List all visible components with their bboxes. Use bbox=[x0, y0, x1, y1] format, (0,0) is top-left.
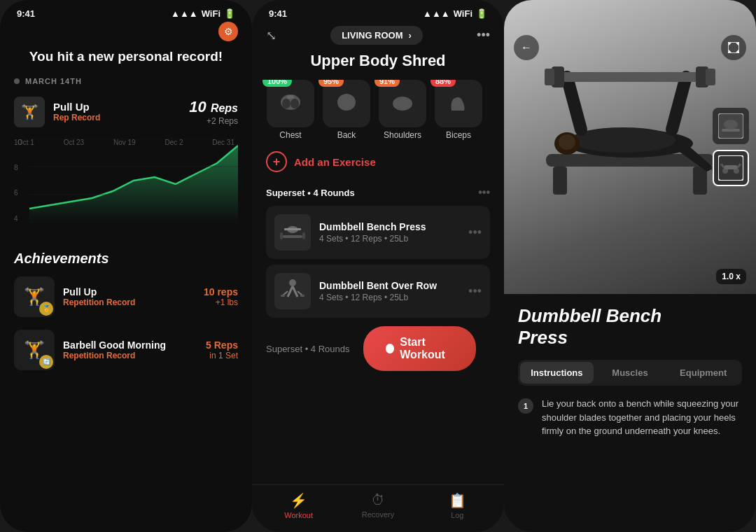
muscle-item-back[interactable]: 95% Back bbox=[322, 80, 371, 140]
bench-press-illustration bbox=[518, 14, 742, 210]
achievements-section: Achievements 🏋 🏅 Pull Up Repetition Reco… bbox=[0, 244, 252, 390]
bench-press-info: Dumbbell Bench Press 4 Sets • 12 Reps • … bbox=[319, 221, 460, 244]
biceps-badge: 88% bbox=[430, 80, 456, 87]
log-nav-icon: 📋 bbox=[449, 492, 466, 509]
muscle-icon-back: 95% bbox=[323, 80, 370, 127]
s2-topbar: ⤡ LIVING ROOM › ••• bbox=[252, 22, 504, 52]
chevron-right-icon: › bbox=[409, 30, 412, 41]
log-nav-label: Log bbox=[451, 511, 463, 519]
achievement-thumb-pullup: 🏋 🏅 bbox=[14, 276, 55, 317]
add-exercise-circle: + bbox=[266, 151, 287, 172]
achievements-title: Achievements bbox=[14, 251, 238, 267]
record-row: 🏋 Pull Up Rep Record 10 Reps +2 Reps bbox=[0, 92, 252, 132]
location-pill[interactable]: LIVING ROOM › bbox=[330, 26, 423, 45]
instruction-1: 1 Lie your back onto a bench while squee… bbox=[518, 397, 742, 438]
chest-badge: 100% bbox=[262, 80, 292, 87]
chest-label: Chest bbox=[279, 130, 301, 140]
tab-instructions[interactable]: Instructions bbox=[520, 362, 594, 384]
progress-chart: 10864 Oct 1Oct 23Nov 19Dec 2Dec 31 bbox=[14, 139, 238, 237]
bench-press-more[interactable]: ••• bbox=[468, 225, 482, 240]
svg-rect-8 bbox=[287, 95, 294, 99]
add-exercise-row[interactable]: + Add an Exercise bbox=[252, 151, 504, 183]
exercise-tabs: Instructions Muscles Equipment bbox=[518, 360, 742, 386]
svg-point-11 bbox=[393, 97, 412, 111]
recovery-nav-label: Recovery bbox=[362, 510, 394, 519]
gear-icon[interactable]: ⚙ bbox=[218, 22, 238, 41]
record-info: Pull Up Rep Record bbox=[53, 101, 181, 122]
instruction-number: 1 bbox=[518, 398, 533, 414]
status-bar-1: 9:41 ▲▲▲ WiFi 🔋 bbox=[0, 0, 252, 22]
back-button[interactable]: ← bbox=[514, 35, 539, 60]
exercise-thumbnails bbox=[713, 108, 749, 186]
back-svg bbox=[332, 90, 360, 118]
exercise-card-bench-press[interactable]: Dumbbell Bench Press 4 Sets • 12 Reps • … bbox=[266, 206, 490, 259]
bent-over-row-more[interactable]: ••• bbox=[468, 284, 482, 299]
exercise-card-bent-over-row[interactable]: Dumbbell Bent Over Row 4 Sets • 12 Reps … bbox=[266, 265, 490, 318]
achievement-info-barbell: Barbell Good Morning Repetition Record bbox=[63, 340, 197, 360]
phone-screen-3: ← bbox=[504, 0, 756, 532]
time-1: 9:41 bbox=[17, 8, 35, 19]
start-workout-button[interactable]: Start Workout bbox=[363, 326, 476, 371]
shoulders-badge: 91% bbox=[374, 80, 400, 87]
superset2-label: Superset • 4 Rounds bbox=[266, 344, 349, 354]
playback-speed[interactable]: 1.0 x bbox=[716, 269, 746, 284]
nav-log[interactable]: 📋 Log bbox=[436, 492, 478, 519]
record-value: 10 Reps +2 Reps bbox=[189, 98, 238, 126]
record-exercise-name: Pull Up bbox=[53, 101, 181, 113]
exercise-content: Dumbbell BenchPress Instructions Muscles… bbox=[504, 294, 756, 532]
back-badge: 95% bbox=[318, 80, 344, 87]
svg-rect-19 bbox=[302, 232, 305, 239]
workout-nav-label: Workout bbox=[284, 511, 313, 519]
record-thumb: 🏋 bbox=[14, 97, 45, 127]
superset2-row: Superset • 4 Rounds Start Workout bbox=[252, 323, 504, 377]
svg-rect-32 bbox=[556, 72, 704, 82]
nav-workout[interactable]: ⚡ Workout bbox=[278, 492, 320, 519]
nav-recovery[interactable]: ⏱ Recovery bbox=[357, 492, 399, 519]
svg-rect-18 bbox=[280, 232, 283, 239]
muscle-item-chest[interactable]: 100% Chest bbox=[266, 80, 315, 140]
chest-svg bbox=[276, 90, 304, 118]
location-text: LIVING ROOM bbox=[342, 30, 402, 41]
chart-y-labels: 10864 bbox=[14, 139, 22, 223]
achievement-badge-pullup: 🏅 bbox=[39, 302, 53, 316]
instruction-text: Lie your back onto a bench while squeezi… bbox=[542, 397, 742, 438]
exercise-detail-title: Dumbbell BenchPress bbox=[518, 305, 742, 349]
s1-header: ⚙ bbox=[0, 22, 252, 48]
thumb-1[interactable] bbox=[713, 108, 749, 144]
achievement-item-barbell: 🏋 🔄 Barbell Good Morning Repetition Reco… bbox=[14, 330, 238, 370]
bent-over-row-info: Dumbbell Bent Over Row 4 Sets • 12 Reps … bbox=[319, 280, 460, 302]
svg-rect-47 bbox=[724, 165, 738, 169]
back-label: Back bbox=[337, 130, 356, 140]
expand-icon bbox=[728, 42, 739, 53]
muscle-item-shoulders[interactable]: 91% Shoulders bbox=[378, 80, 427, 140]
achievement-badge-barbell: 🔄 bbox=[39, 355, 53, 369]
expand-icon[interactable]: ⤡ bbox=[266, 28, 276, 43]
muscle-icon-biceps: 88% bbox=[435, 80, 482, 127]
biceps-svg bbox=[444, 90, 472, 118]
recovery-nav-icon: ⏱ bbox=[371, 492, 385, 508]
svg-point-9 bbox=[337, 94, 356, 111]
achievement-val-barbell: 5 Reps in 1 Set bbox=[206, 340, 238, 360]
date-label: MARCH 14TH bbox=[0, 77, 252, 92]
muscle-item-biceps[interactable]: 88% Biceps bbox=[434, 80, 483, 140]
svg-rect-29 bbox=[693, 167, 707, 195]
shoulders-svg bbox=[388, 90, 416, 118]
superset1-dots[interactable]: ••• bbox=[478, 186, 490, 199]
svg-rect-26 bbox=[300, 295, 304, 297]
tab-equipment[interactable]: Equipment bbox=[666, 362, 740, 384]
expand-button[interactable] bbox=[721, 35, 746, 60]
svg-point-42 bbox=[724, 120, 738, 130]
tab-muscles[interactable]: Muscles bbox=[594, 362, 667, 384]
bent-over-row-name: Dumbbell Bent Over Row bbox=[319, 280, 460, 291]
workout-title: Upper Body Shred bbox=[252, 52, 504, 80]
start-workout-label: Start Workout bbox=[400, 336, 454, 361]
more-dots-icon[interactable]: ••• bbox=[477, 28, 490, 43]
biceps-label: Biceps bbox=[446, 130, 471, 140]
phone-screen-1: 9:41 ▲▲▲ WiFi 🔋 ⚙ You hit a new personal… bbox=[0, 0, 252, 532]
record-tag: Rep Record bbox=[53, 113, 181, 122]
record-number: 10 Reps bbox=[189, 98, 238, 116]
thumb-2[interactable] bbox=[713, 150, 749, 186]
chart-svg bbox=[29, 139, 238, 223]
bent-over-row-thumb bbox=[274, 273, 311, 309]
nav-bar: ⚡ Workout ⏱ Recovery 📋 Log bbox=[252, 484, 504, 532]
